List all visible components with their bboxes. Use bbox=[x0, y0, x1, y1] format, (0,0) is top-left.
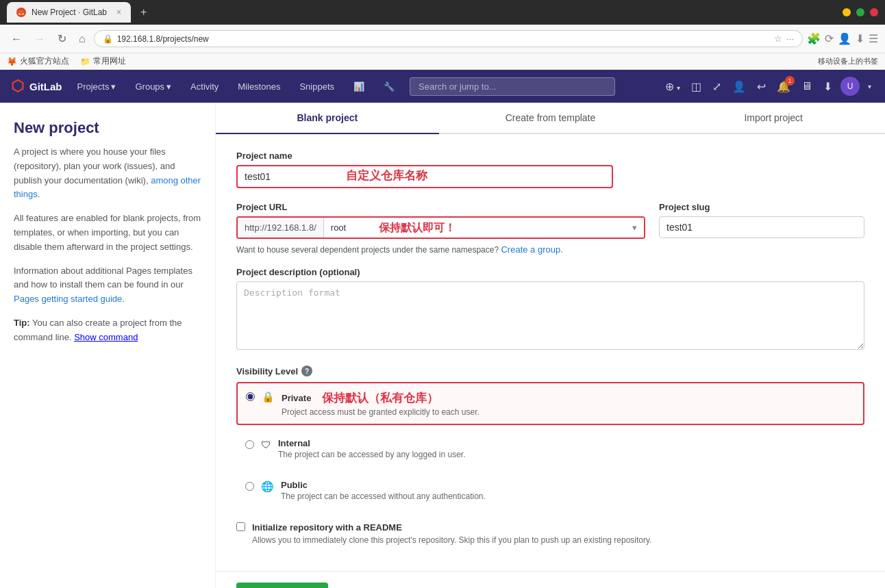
project-form: Project name 自定义仓库名称 Project URL http://… bbox=[216, 134, 885, 571]
bookmark-firefox[interactable]: 🦊 火狐官方站点 bbox=[7, 55, 69, 67]
namespace-help: Want to house several dependent projects… bbox=[236, 244, 864, 255]
show-command-link[interactable]: Show command bbox=[74, 332, 138, 342]
public-content: Public The project can be accessed witho… bbox=[281, 480, 486, 501]
user-profile-icon[interactable]: 👤 bbox=[838, 32, 851, 45]
url-namespace-container[interactable]: root 保持默认即可！ ▾ bbox=[324, 218, 644, 238]
tab-import-project[interactable]: Import project bbox=[662, 103, 885, 134]
security-icon: 🔒 bbox=[103, 34, 113, 44]
project-slug-label: Project slug bbox=[659, 202, 864, 212]
nav-activity[interactable]: Activity bbox=[186, 79, 223, 94]
new-item-icon: ⊕ bbox=[665, 81, 674, 92]
visibility-title: Visibility Level ? bbox=[236, 366, 864, 376]
project-name-group: Project name 自定义仓库名称 bbox=[236, 151, 864, 188]
bookmark-firefox-label: 火狐官方站点 bbox=[20, 55, 69, 67]
sidebar-description-1: A project is where you house your files … bbox=[14, 145, 201, 202]
internal-shield-icon: 🛡 bbox=[261, 439, 271, 450]
plus-icon[interactable]: ⊕ ▾ bbox=[662, 77, 683, 96]
nav-snippets[interactable]: Snippets bbox=[295, 79, 338, 94]
visibility-public[interactable]: 🌐 Public The project can be accessed wit… bbox=[236, 472, 864, 509]
graph-icon: 📊 bbox=[353, 81, 364, 92]
radio-public[interactable] bbox=[245, 482, 254, 491]
public-label: Public bbox=[281, 480, 486, 490]
tab-close-button[interactable]: × bbox=[116, 8, 121, 17]
private-desc: Project access must be granted explicitl… bbox=[282, 407, 479, 417]
more-options-icon[interactable]: ··· bbox=[786, 34, 794, 44]
main-container: New project A project is where you house… bbox=[0, 103, 885, 588]
window-controls bbox=[843, 8, 878, 16]
maximize-button[interactable] bbox=[856, 8, 864, 16]
gitlab-logo-icon: ⬡ bbox=[11, 77, 24, 95]
description-textarea[interactable] bbox=[236, 281, 864, 350]
tab-create-from-template[interactable]: Create from template bbox=[439, 103, 662, 134]
url-text: 192.168.1.8/projects/new bbox=[117, 34, 770, 44]
private-lock-icon: 🔒 bbox=[262, 391, 275, 403]
project-slug-input[interactable] bbox=[659, 216, 864, 238]
issues-icon[interactable]: ◫ bbox=[688, 77, 704, 96]
visibility-help-icon[interactable]: ? bbox=[301, 366, 312, 376]
sidebar-description-3: Information about additional Pages templ… bbox=[14, 264, 201, 307]
menu-icon[interactable]: ☰ bbox=[869, 32, 878, 45]
nav-wrench-icon[interactable]: 🔧 bbox=[379, 79, 399, 94]
project-tabs: Blank project Create from template Impor… bbox=[216, 103, 885, 134]
private-content: Private 保持默认（私有仓库） Project access must b… bbox=[282, 390, 479, 417]
projects-chevron-icon: ▾ bbox=[111, 81, 116, 92]
browser-nav: ← → ↻ ⌂ 🔒 192.168.1.8/projects/new ☆ ···… bbox=[0, 25, 885, 53]
visibility-section: Visibility Level ? 🔒 Private 保持默认（私有仓库） … bbox=[236, 366, 864, 509]
nav-graph-icon[interactable]: 📊 bbox=[349, 79, 369, 94]
project-name-input[interactable] bbox=[236, 165, 613, 188]
arrow-annotation: ⬅ bbox=[353, 583, 368, 588]
readme-checkbox[interactable] bbox=[236, 522, 245, 531]
visibility-private[interactable]: 🔒 Private 保持默认（私有仓库） Project access must… bbox=[236, 382, 864, 425]
home-button[interactable]: ⌂ bbox=[75, 31, 90, 47]
create-project-button[interactable]: Create project bbox=[236, 583, 328, 588]
download-icon[interactable]: ⬇ bbox=[856, 32, 864, 45]
bookmark-star-icon[interactable]: ☆ bbox=[774, 34, 782, 44]
monitor-icon[interactable]: 🖥 bbox=[799, 77, 815, 95]
avatar-chevron-icon[interactable]: ▾ bbox=[865, 80, 874, 93]
merge-request-icon[interactable]: ⤢ bbox=[710, 77, 724, 96]
browser-tab[interactable]: 🦊 New Project · GitLab × bbox=[7, 2, 131, 23]
bookmark-common-icon: 📁 bbox=[80, 57, 90, 66]
url-annotation: 保持默认即可！ bbox=[379, 221, 456, 235]
gitlab-search[interactable] bbox=[410, 77, 615, 96]
minimize-button[interactable] bbox=[843, 8, 851, 16]
address-bar[interactable]: 🔒 192.168.1.8/projects/new ☆ ··· bbox=[94, 30, 803, 47]
user-avatar[interactable]: U bbox=[840, 77, 860, 96]
radio-private[interactable] bbox=[246, 392, 255, 401]
notifications-icon[interactable]: 🔔 1 bbox=[774, 77, 793, 96]
search-input[interactable] bbox=[410, 77, 615, 96]
nav-groups[interactable]: Groups ▾ bbox=[131, 79, 175, 94]
public-desc: The project can be accessed without any … bbox=[281, 491, 486, 501]
extensions-icon[interactable]: 🧩 bbox=[807, 32, 821, 45]
user-icon[interactable]: 👤 bbox=[730, 77, 749, 96]
nav-milestones[interactable]: Milestones bbox=[234, 79, 284, 94]
reload-button[interactable]: ↻ bbox=[53, 31, 71, 47]
bookmark-common[interactable]: 📁 常用网址 bbox=[80, 55, 126, 67]
url-dropdown-icon[interactable]: ▾ bbox=[632, 222, 637, 233]
sidebar: New project A project is where you house… bbox=[0, 103, 216, 588]
history-icon[interactable]: ↩ bbox=[754, 77, 769, 96]
gitlab-header: ⬡ GitLab Projects ▾ Groups ▾ Activity Mi… bbox=[0, 70, 885, 103]
readme-label: Initialize repository with a README bbox=[252, 522, 651, 533]
header-icons: ⊕ ▾ ◫ ⤢ 👤 ↩ 🔔 1 🖥 ⬇ U ▾ bbox=[662, 77, 874, 96]
internal-content: Internal The project can be accessed by … bbox=[278, 438, 466, 459]
private-annotation: 保持默认（私有仓库） bbox=[322, 390, 438, 406]
page-title: New project bbox=[14, 119, 201, 137]
forward-button[interactable]: → bbox=[30, 31, 49, 47]
readme-desc: Allows you to immediately clone this pro… bbox=[252, 535, 651, 545]
gitlab-logo[interactable]: ⬡ GitLab bbox=[11, 77, 62, 95]
public-globe-icon: 🌐 bbox=[261, 481, 274, 493]
sync-icon[interactable]: ⟳ bbox=[825, 32, 834, 45]
radio-internal[interactable] bbox=[245, 440, 254, 449]
back-button[interactable]: ← bbox=[7, 31, 26, 47]
new-tab-button[interactable]: + bbox=[131, 1, 156, 24]
tab-blank-project[interactable]: Blank project bbox=[216, 103, 439, 134]
nav-projects[interactable]: Projects ▾ bbox=[73, 79, 121, 94]
create-group-link[interactable]: Create a group. bbox=[501, 244, 562, 255]
close-button[interactable] bbox=[870, 8, 878, 16]
pages-guide-link[interactable]: Pages getting started guide bbox=[14, 294, 122, 304]
visibility-internal[interactable]: 🛡 Internal The project can be accessed b… bbox=[236, 431, 864, 467]
mobile-bookmarks[interactable]: 移动设备上的书签 bbox=[818, 56, 878, 66]
download-icon[interactable]: ⬇ bbox=[821, 77, 835, 96]
wrench-icon: 🔧 bbox=[384, 81, 395, 92]
